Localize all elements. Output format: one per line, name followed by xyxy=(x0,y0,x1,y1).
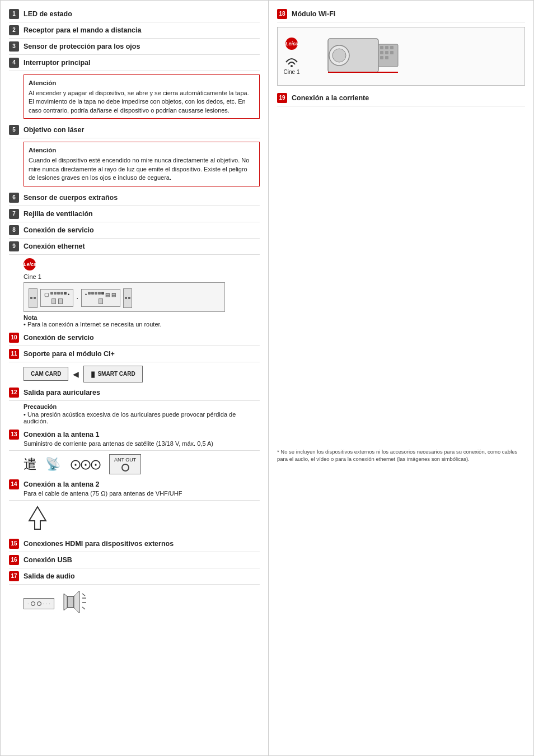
sub-13: Suministro de corriente para antenas de … xyxy=(24,440,213,447)
attention-title-5: Atención xyxy=(29,146,255,155)
vhf-diagram xyxy=(24,504,260,534)
right-connector-9 xyxy=(123,288,132,308)
attention-title-4: Atención xyxy=(29,78,255,87)
item-15: 15 Conexiones HDMI para dispositivos ext… xyxy=(9,536,260,552)
svg-marker-1 xyxy=(29,507,46,529)
number-6: 6 xyxy=(9,193,19,203)
item-9: 9 Conexión ethernet xyxy=(9,239,260,255)
precaution-12: Precaución • Una presión acústica excesi… xyxy=(24,403,260,424)
footnote-area: * No se incluyen los dispositivos extern… xyxy=(277,106,525,463)
number-9: 9 xyxy=(9,241,19,251)
note-9: Nota Para la conexión a Internet se nece… xyxy=(24,314,260,328)
footnote: * No se incluyen los dispositivos extern… xyxy=(277,448,525,463)
svg-rect-2 xyxy=(67,596,74,608)
svg-marker-3 xyxy=(64,594,67,610)
svg-rect-14 xyxy=(380,46,383,49)
vhf-antenna-svg xyxy=(24,504,51,532)
number-2: 2 xyxy=(9,25,19,35)
note-title-9: Nota xyxy=(24,314,260,321)
svg-rect-16 xyxy=(390,46,394,49)
svg-line-8 xyxy=(82,607,85,609)
label-4: Interruptor principal xyxy=(24,58,90,68)
svg-point-12 xyxy=(332,49,346,62)
label-17: Salida de audio xyxy=(24,571,75,581)
item-11: 11 Soporte para el módulo CI+ xyxy=(9,346,260,362)
number-4: 4 xyxy=(9,58,19,68)
ci-diagram: CAM CARD ◀ ▮ SMART CARD xyxy=(24,366,260,382)
item-13: 13 Conexión a la antena 1 Suministro de … xyxy=(9,427,260,451)
label-1: LED de estado xyxy=(24,9,72,19)
svg-rect-21 xyxy=(385,56,388,59)
label-5: Objetivo con láser xyxy=(24,125,84,135)
label-18: Módulo Wi-Fi xyxy=(292,9,335,19)
wifi-signal-row xyxy=(283,51,300,68)
item-16: 16 Conexión USB xyxy=(9,552,260,568)
smart-card-icon: ▮ xyxy=(91,370,95,379)
label-13: Conexión a la antena 1 xyxy=(24,431,99,438)
item-18: 18 Módulo Wi-Fi xyxy=(277,6,525,22)
number-7: 7 xyxy=(9,209,19,219)
svg-rect-18 xyxy=(385,51,388,54)
label-2: Receptor para el mando a distancia xyxy=(24,25,142,35)
satellite-dish-svg: 📡 xyxy=(45,456,62,473)
ant-out-box: ANT OUT xyxy=(109,454,141,474)
right-column: 18 Módulo Wi-Fi Leica Cine 1 xyxy=(269,1,533,755)
audio-dot-4: · xyxy=(49,601,50,606)
item-19: 19 Conexión a la corriente xyxy=(277,90,525,106)
cine-label-9: Cine 1 xyxy=(24,273,260,280)
audio-circle-2 xyxy=(37,601,41,606)
item-2: 2 Receptor para el mando a distancia xyxy=(9,22,260,39)
dot-sep2: • xyxy=(85,292,87,297)
x-icon: ▢ xyxy=(44,292,49,297)
projector-diagram xyxy=(322,33,401,80)
precaution-title-12: Precaución xyxy=(24,403,260,410)
wifi-device-left: Leica Cine 1 xyxy=(283,38,300,75)
dot-sep: • xyxy=(68,292,69,297)
audio-out-diagram: · · · · xyxy=(24,588,260,620)
item-1: 1 LED de estado xyxy=(9,6,260,22)
item-14: 14 Conexión a la antena 2 Para el cable … xyxy=(9,477,260,501)
item-6: 6 Sensor de cuerpos extraños xyxy=(9,190,260,206)
item-4: 4 Interruptor principal xyxy=(9,55,260,71)
svg-rect-17 xyxy=(380,51,383,54)
note-item-9: Para la conexión a Internet se necesita … xyxy=(24,321,260,328)
label-15: Conexiones HDMI para dispositivos extern… xyxy=(24,539,174,549)
svg-rect-15 xyxy=(385,46,388,49)
label-14: Conexión a la antena 2 xyxy=(24,480,99,488)
number-14: 14 xyxy=(9,479,19,489)
svg-rect-20 xyxy=(380,56,383,59)
label-8: Conexión de servicio xyxy=(24,225,94,235)
speaker-icon xyxy=(63,588,96,620)
item-5: 5 Objetivo con láser xyxy=(9,122,260,138)
circle-connector-13 xyxy=(121,464,129,472)
item-12: 12 Salida para auriculares xyxy=(9,385,260,401)
item-3: 3 Sensor de protección para los ojos xyxy=(9,39,260,55)
sq-icon2: ▤ xyxy=(111,292,116,297)
middot: · xyxy=(76,293,78,302)
item-7: 7 Rejilla de ventilación xyxy=(9,206,260,222)
wifi-waves-svg xyxy=(283,51,300,68)
label-10: Conexión de servicio xyxy=(24,333,94,343)
sub-14: Para el cable de antena (75 Ω) para ante… xyxy=(24,490,182,497)
speaker-svg xyxy=(63,588,96,616)
page: 1 LED de estado 2 Receptor para el mando… xyxy=(0,0,534,756)
wifi-module-row: Leica Cine 1 xyxy=(283,33,519,80)
number-8: 8 xyxy=(9,225,19,235)
sq-icon: ▤ xyxy=(105,292,110,297)
number-18: 18 xyxy=(277,9,287,19)
number-3: 3 xyxy=(9,41,19,52)
ant-out-label: ANT OUT xyxy=(114,457,136,463)
svg-text:📡: 📡 xyxy=(45,456,61,472)
label-19: Conexión a la corriente xyxy=(292,93,369,103)
wifi-module-diagram: Leica Cine 1 xyxy=(277,27,525,86)
label-3: Sensor de protección para los ojos xyxy=(24,41,140,52)
antenna-1-diagram: 遣 📡 ⨀⨀⨀ ANT OUT xyxy=(24,454,260,474)
number-1: 1 xyxy=(9,9,19,19)
right-ports-block: • ▤ ▤ xyxy=(81,289,120,307)
cine-label-right: Cine 1 xyxy=(284,69,300,75)
leica-logo-right: Leica xyxy=(285,38,298,50)
number-10: 10 xyxy=(9,333,19,343)
smart-card-box: ▮ SMART CARD xyxy=(83,366,142,382)
audio-dot-3: · xyxy=(46,601,48,606)
item-8: 8 Conexión de servicio xyxy=(9,222,260,239)
